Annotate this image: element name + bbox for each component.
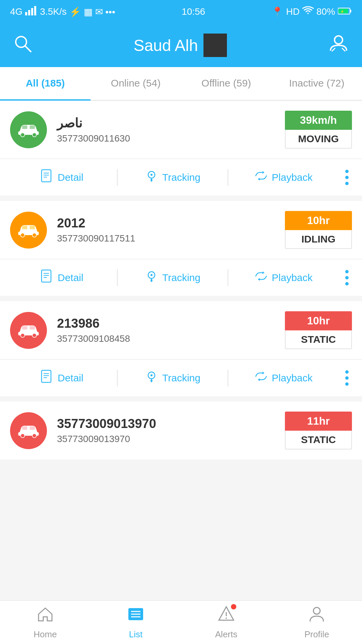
vehicle-info: 35773009013970 35773009013970 <box>57 417 275 444</box>
detail-icon <box>40 269 54 286</box>
vehicle-name: 2012 <box>57 216 275 230</box>
signal-bars <box>25 6 37 18</box>
vehicle-device-id: 35773009013970 <box>57 434 275 444</box>
svg-rect-3 <box>34 6 36 15</box>
state-value: STATIC <box>285 431 352 449</box>
vehicle-card: 2012 357730090117511 10hr IDLING Detai <box>0 201 362 296</box>
speed-value: 39km/h <box>285 111 352 130</box>
search-button[interactable] <box>13 34 32 57</box>
nav-profile[interactable]: Profile <box>272 605 362 640</box>
extra-icons: ▦ ✉ ••• <box>84 6 115 17</box>
signal-text: 4G <box>10 6 22 17</box>
detail-button[interactable]: Detail <box>7 166 117 189</box>
svg-rect-38 <box>42 370 51 382</box>
state-value: STATIC <box>285 330 352 349</box>
svg-point-43 <box>150 374 153 376</box>
svg-point-32 <box>150 274 153 276</box>
nav-list[interactable]: List <box>90 605 181 640</box>
vehicle-card: 213986 35773009108458 10hr STATIC Deta <box>0 301 362 396</box>
vehicle-avatar <box>10 312 47 349</box>
svg-point-13 <box>32 132 36 137</box>
person-icon <box>308 605 325 627</box>
svg-point-12 <box>20 132 24 137</box>
detail-label: Detail <box>58 272 83 283</box>
svg-rect-26 <box>30 225 35 229</box>
vehicle-device-id: 35773009108458 <box>57 333 275 344</box>
svg-rect-14 <box>22 125 27 129</box>
tab-inactive[interactable]: Inactive (72) <box>272 67 362 101</box>
state-value: IDLING <box>285 230 352 249</box>
speed-value: 11hr <box>285 412 352 431</box>
tab-all[interactable]: All (185) <box>0 67 90 101</box>
vehicle-name: 213986 <box>57 316 275 331</box>
tracking-label: Tracking <box>162 272 200 283</box>
speed-value: 10hr <box>285 211 352 230</box>
detail-label: Detail <box>58 372 83 384</box>
tracking-label: Tracking <box>162 372 200 384</box>
nav-home[interactable]: Home <box>0 605 90 640</box>
tab-offline[interactable]: Offline (59) <box>181 67 272 101</box>
tracking-label: Tracking <box>162 172 200 183</box>
three-dots-icon <box>345 370 349 386</box>
speed-text: 3.5K/s <box>40 6 66 17</box>
tracking-button[interactable]: Tracking <box>118 366 228 389</box>
profile-button[interactable] <box>328 33 349 57</box>
state-value: MOVING <box>285 130 352 149</box>
nav-alerts[interactable]: Alerts <box>181 605 272 640</box>
svg-point-23 <box>20 233 24 237</box>
playback-icon <box>254 269 268 286</box>
tracking-button[interactable]: Tracking <box>118 166 228 189</box>
svg-rect-37 <box>30 326 35 329</box>
more-button[interactable] <box>339 170 355 185</box>
svg-point-21 <box>150 174 153 176</box>
list-icon <box>127 605 144 627</box>
action-row: Detail Tracking <box>0 359 362 396</box>
svg-point-34 <box>20 333 24 337</box>
playback-button[interactable]: Playback <box>228 366 339 389</box>
svg-rect-36 <box>22 326 27 329</box>
header-title: Saud Alh <box>133 34 227 57</box>
vehicle-info: 2012 357730090117511 <box>57 216 275 244</box>
vehicle-main-row: ناصر 35773009011630 39km/h MOVING <box>0 101 362 159</box>
vehicle-device-id: 35773009011630 <box>57 133 275 144</box>
svg-rect-48 <box>30 426 35 430</box>
svg-rect-47 <box>22 426 27 430</box>
playback-button[interactable]: Playback <box>228 166 339 189</box>
vehicle-card: ناصر 35773009011630 39km/h MOVING Deta <box>0 101 362 196</box>
tracking-button[interactable]: Tracking <box>118 266 228 289</box>
nav-alerts-label: Alerts <box>215 629 237 640</box>
status-badge: 39km/h MOVING <box>285 111 352 149</box>
svg-line-9 <box>25 46 31 52</box>
svg-point-10 <box>335 36 343 44</box>
more-button[interactable] <box>339 270 355 285</box>
detail-button[interactable]: Detail <box>7 366 117 389</box>
vehicle-name: ناصر <box>57 116 275 130</box>
svg-rect-15 <box>30 125 35 129</box>
vehicle-info: 213986 35773009108458 <box>57 316 275 344</box>
alert-icon <box>218 605 235 627</box>
vehicle-avatar <box>10 111 47 148</box>
tab-online[interactable]: Online (54) <box>90 67 181 101</box>
nav-home-label: Home <box>34 629 57 640</box>
svg-rect-2 <box>31 8 33 15</box>
playback-label: Playback <box>272 172 313 183</box>
detail-label: Detail <box>58 172 83 183</box>
filter-tabs: All (185) Online (54) Offline (59) Inact… <box>0 67 362 101</box>
vehicle-main-row: 2012 357730090117511 10hr IDLING <box>0 201 362 259</box>
svg-point-54 <box>226 618 227 619</box>
speed-value: 10hr <box>285 311 352 330</box>
action-row: Detail Tracking <box>0 259 362 296</box>
vehicle-info: ناصر 35773009011630 <box>57 116 275 144</box>
status-badge: 10hr STATIC <box>285 311 352 349</box>
location-icon: 📍 <box>272 6 283 17</box>
playback-icon <box>254 370 268 386</box>
vehicle-list: ناصر 35773009011630 39km/h MOVING Deta <box>0 101 362 512</box>
svg-point-45 <box>20 433 24 437</box>
detail-button[interactable]: Detail <box>7 266 117 289</box>
svg-rect-25 <box>22 225 27 229</box>
svg-point-46 <box>32 433 36 437</box>
playback-button[interactable]: Playback <box>228 266 339 289</box>
qr-code <box>203 34 227 57</box>
bottom-nav: Home List Alerts <box>0 600 362 644</box>
more-button[interactable] <box>339 370 355 386</box>
